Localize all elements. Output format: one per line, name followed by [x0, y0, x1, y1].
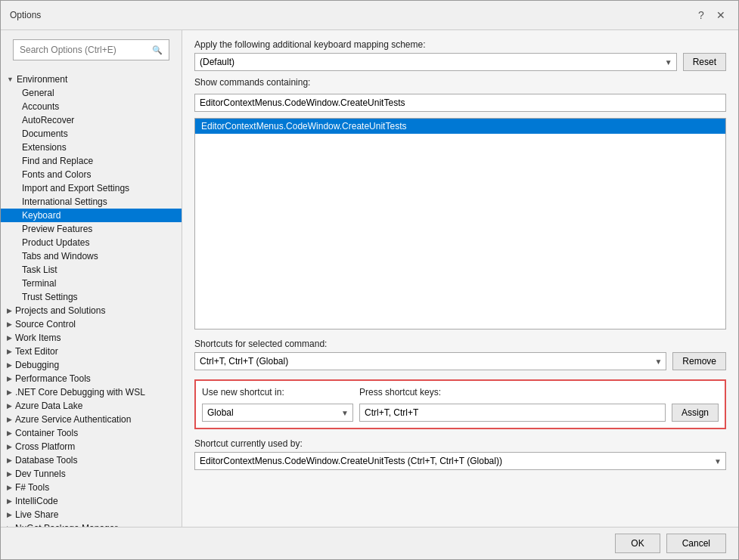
tree-item-preview-features[interactable]: Preview Features	[1, 222, 182, 236]
close-button[interactable]: ✕	[713, 7, 729, 23]
press-shortcut-label: Press shortcut keys:	[359, 387, 719, 398]
tree-label-trust-settings: Trust Settings	[22, 292, 78, 302]
tree-label-documents: Documents	[22, 128, 68, 139]
dialog-footer: OK Cancel	[1, 527, 738, 559]
shortcuts-label: Shortcuts for selected command:	[194, 339, 726, 349]
tree-item-fsharp-tools[interactable]: ▶F# Tools	[1, 481, 182, 494]
tree-label-autorecover: AutoRecover	[22, 115, 74, 125]
tree-arrow-net-core-debugging: ▶	[7, 388, 12, 396]
tree-label-general: General	[22, 88, 54, 98]
tree-item-accounts[interactable]: Accounts	[1, 100, 182, 113]
cancel-button[interactable]: Cancel	[666, 534, 726, 553]
tree-label-azure-data-lake: Azure Data Lake	[15, 401, 82, 411]
assign-button[interactable]: Assign	[672, 404, 719, 422]
tree-label-dev-tunnels: Dev Tunnels	[15, 469, 66, 479]
tree-item-general[interactable]: General	[1, 86, 182, 100]
tree-label-environment: Environment	[17, 74, 67, 85]
tree-label-container-tools: Container Tools	[15, 428, 78, 438]
shortcut-used-dropdown[interactable]: EditorContextMenus.CodeWindow.CreateUnit…	[194, 452, 726, 470]
scheme-dropdown[interactable]: (Default)	[194, 53, 677, 71]
tree-item-fonts-colors[interactable]: Fonts and Colors	[1, 168, 182, 181]
tree-arrow-source-control: ▶	[7, 320, 12, 328]
tree-item-import-export[interactable]: Import and Export Settings	[1, 181, 182, 195]
tree-label-keyboard: Keyboard	[22, 210, 61, 221]
dialog-body: 🔍 ▼EnvironmentGeneralAccountsAutoRecover…	[1, 30, 738, 527]
tree-item-live-share[interactable]: ▶Live Share	[1, 508, 182, 521]
use-new-left: Use new shortcut in: Global ▼	[202, 387, 353, 422]
command-search-input[interactable]	[194, 94, 726, 112]
scheme-dropdown-wrap: (Default) ▼	[194, 53, 677, 71]
tree-label-fsharp-tools: F# Tools	[15, 482, 49, 493]
tree-item-container-tools[interactable]: ▶Container Tools	[1, 426, 182, 440]
apply-scheme-section: Apply the following additional keyboard …	[194, 39, 726, 71]
tree-item-cross-platform[interactable]: ▶Cross Platform	[1, 440, 182, 453]
shortcuts-section: Shortcuts for selected command: Ctrl+T, …	[194, 339, 726, 370]
tree-item-text-editor[interactable]: ▶Text Editor	[1, 345, 182, 358]
tree-arrow-fsharp-tools: ▶	[7, 484, 12, 491]
tree-label-text-editor: Text Editor	[15, 346, 58, 357]
tree-item-work-items[interactable]: ▶Work Items	[1, 331, 182, 345]
left-panel: 🔍 ▼EnvironmentGeneralAccountsAutoRecover…	[1, 30, 182, 527]
use-new-shortcut-dropdown[interactable]: Global	[202, 404, 353, 422]
tree-item-source-control[interactable]: ▶Source Control	[1, 317, 182, 331]
tree-item-keyboard[interactable]: Keyboard	[1, 209, 182, 222]
tree-panel: ▼EnvironmentGeneralAccountsAutoRecoverDo…	[1, 70, 182, 527]
tree-label-net-core-debugging: .NET Core Debugging with WSL	[15, 387, 145, 398]
tree-item-tabs-windows[interactable]: Tabs and Windows	[1, 249, 182, 263]
tree-item-nuget-package[interactable]: ▶NuGet Package Manager	[1, 521, 182, 527]
tree-label-preview-features: Preview Features	[22, 224, 92, 234]
shortcut-used-section: Shortcut currently used by: EditorContex…	[194, 438, 726, 470]
title-bar-buttons: ? ✕	[693, 7, 729, 23]
tree-item-product-updates[interactable]: Product Updates	[1, 236, 182, 249]
tree-arrow-cross-platform: ▶	[7, 443, 12, 450]
tree-label-accounts: Accounts	[22, 101, 59, 112]
tree-label-source-control: Source Control	[15, 319, 76, 330]
tree-arrow-database-tools: ▶	[7, 456, 12, 464]
tree-item-intellicode[interactable]: ▶IntelliCode	[1, 494, 182, 508]
tree-label-terminal: Terminal	[22, 278, 56, 289]
shortcuts-dropdown[interactable]: Ctrl+T, Ctrl+T (Global)	[194, 352, 666, 370]
tree-label-import-export: Import and Export Settings	[22, 183, 129, 193]
tree-item-projects-solutions[interactable]: ▶Projects and Solutions	[1, 304, 182, 317]
shortcut-used-dropdown-wrap: EditorContextMenus.CodeWindow.CreateUnit…	[194, 452, 726, 470]
tree-item-environment[interactable]: ▼Environment	[1, 73, 182, 86]
tree-item-debugging[interactable]: ▶Debugging	[1, 358, 182, 372]
tree-item-extensions[interactable]: Extensions	[1, 141, 182, 154]
options-dialog: Options ? ✕ 🔍 ▼EnvironmentGeneralAccount…	[0, 0, 739, 560]
shortcut-used-label: Shortcut currently used by:	[194, 438, 726, 449]
right-panel: Apply the following additional keyboard …	[182, 30, 738, 527]
use-new-right: Press shortcut keys: Assign	[359, 387, 719, 422]
tree-item-performance-tools[interactable]: ▶Performance Tools	[1, 372, 182, 385]
command-list-item[interactable]: EditorContextMenus.CodeWindow.CreateUnit…	[195, 119, 725, 134]
tree-label-cross-platform: Cross Platform	[15, 441, 75, 452]
tree-item-dev-tunnels[interactable]: ▶Dev Tunnels	[1, 467, 182, 481]
remove-button[interactable]: Remove	[672, 352, 726, 370]
tree-item-trust-settings[interactable]: Trust Settings	[1, 290, 182, 304]
tree-item-azure-service-auth[interactable]: ▶Azure Service Authentication	[1, 413, 182, 426]
tree-item-find-replace[interactable]: Find and Replace	[1, 154, 182, 168]
tree-arrow-azure-data-lake: ▶	[7, 402, 12, 410]
tree-item-terminal[interactable]: Terminal	[1, 277, 182, 290]
help-button[interactable]: ?	[693, 7, 710, 23]
ok-button[interactable]: OK	[615, 534, 660, 553]
tree-arrow-work-items: ▶	[7, 334, 12, 342]
tree-label-extensions: Extensions	[22, 142, 67, 153]
tree-arrow-azure-service-auth: ▶	[7, 416, 12, 423]
tree-label-fonts-colors: Fonts and Colors	[22, 169, 91, 180]
tree-label-product-updates: Product Updates	[22, 237, 89, 248]
tree-label-projects-solutions: Projects and Solutions	[15, 305, 105, 316]
tree-item-autorecover[interactable]: AutoRecover	[1, 113, 182, 127]
tree-item-net-core-debugging[interactable]: ▶.NET Core Debugging with WSL	[1, 385, 182, 399]
search-input[interactable]	[20, 45, 152, 55]
tree-label-tabs-windows: Tabs and Windows	[22, 251, 98, 261]
dialog-title: Options	[10, 10, 41, 20]
tree-item-azure-data-lake[interactable]: ▶Azure Data Lake	[1, 399, 182, 413]
tree-item-documents[interactable]: Documents	[1, 127, 182, 141]
tree-item-database-tools[interactable]: ▶Database Tools	[1, 453, 182, 467]
press-shortcut-input[interactable]	[359, 404, 666, 422]
tree-item-task-list[interactable]: Task List	[1, 263, 182, 277]
search-box-container: 🔍	[13, 39, 169, 60]
tree-item-international[interactable]: International Settings	[1, 195, 182, 209]
tree-arrow-container-tools: ▶	[7, 429, 12, 437]
reset-button[interactable]: Reset	[683, 53, 726, 71]
